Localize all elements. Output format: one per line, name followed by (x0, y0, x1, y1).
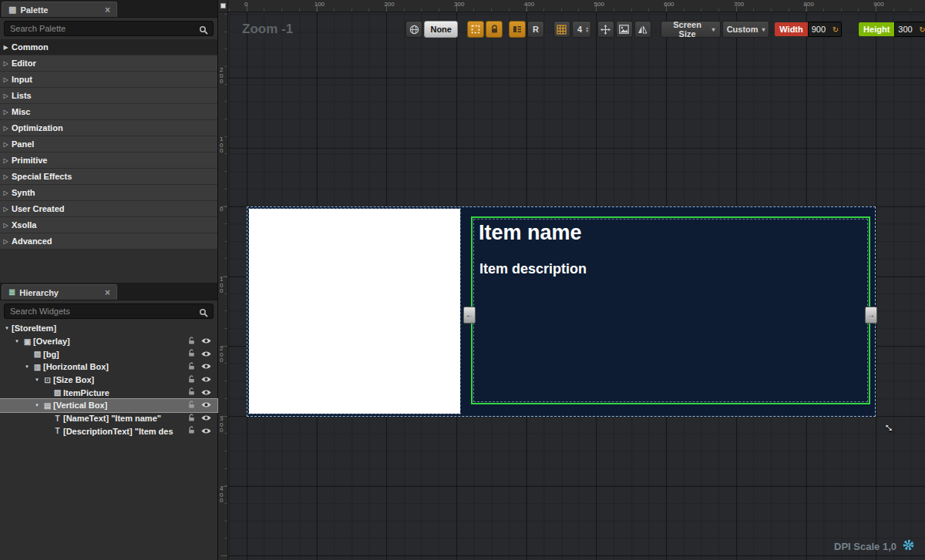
eye-icon[interactable] (201, 337, 211, 346)
expander-icon[interactable]: ▼ (32, 377, 42, 382)
expander-icon[interactable]: ▼ (2, 326, 12, 330)
palette-category[interactable]: ▷ Special Effects (0, 169, 217, 185)
hierarchy-row[interactable]: ▼ ▤ [Vertical Box] (0, 399, 217, 412)
palette-search-input[interactable] (4, 21, 214, 36)
lock-icon[interactable] (187, 362, 196, 372)
height-input[interactable] (898, 25, 919, 34)
image-icon: ▨ (32, 350, 43, 358)
reset-width-icon[interactable]: ↻ (832, 25, 839, 34)
stepper-arrows-icon[interactable]: ▲▼ (585, 26, 589, 32)
preview-background-button[interactable]: None (424, 21, 458, 38)
tab-hierarchy[interactable]: ≣ Hierarchy × (2, 284, 117, 300)
palette-category[interactable]: ▷ Editor (0, 55, 217, 72)
lock-icon[interactable] (187, 375, 196, 385)
palette-category[interactable]: ▶ Common (0, 39, 217, 55)
palette-category[interactable]: ▷ Optimization (0, 120, 217, 136)
close-icon[interactable]: × (105, 289, 110, 297)
transform-mode-button[interactable] (597, 21, 614, 38)
palette-category[interactable]: ▷ Misc (0, 104, 217, 120)
eye-icon[interactable] (201, 401, 211, 410)
eye-icon[interactable] (201, 427, 211, 436)
category-arrow-icon[interactable]: ▷ (0, 60, 12, 67)
hierarchy-row[interactable]: T [DescriptionText] "Item des (0, 425, 217, 438)
expander-icon[interactable]: ▼ (22, 364, 32, 369)
category-arrow-icon[interactable]: ▷ (0, 92, 12, 99)
reset-height-icon[interactable]: ↻ (919, 25, 925, 34)
vertical-box-selection[interactable]: Item name Item description (471, 216, 870, 404)
category-arrow-icon[interactable]: ▷ (0, 173, 12, 180)
category-arrow-icon[interactable]: ▷ (0, 189, 12, 196)
grid-snap-size-stepper[interactable]: 4 ▲▼ (572, 21, 591, 38)
hierarchy-row[interactable]: ▨ ItemPicture (0, 386, 217, 399)
localization-preview-button[interactable] (405, 21, 422, 38)
outline-mode-button[interactable] (467, 21, 484, 38)
preview-image-button[interactable] (616, 21, 633, 38)
category-arrow-icon[interactable]: ▷ (0, 157, 12, 164)
category-label: User Created (12, 204, 64, 213)
palette-category[interactable]: ▷ Advanced (0, 233, 217, 250)
layout-mode-button[interactable] (509, 21, 526, 38)
palette-category[interactable]: ▷ Lists (0, 88, 217, 104)
hierarchy-search-input[interactable] (4, 303, 214, 319)
hierarchy-row[interactable]: ▼ ▣ [Overlay] (0, 335, 217, 348)
palette-category[interactable]: ▷ Primitive (0, 153, 217, 169)
custom-size-dropdown[interactable]: Custom ▾ (722, 21, 769, 38)
tab-palette[interactable]: ▦ Palette × (2, 2, 117, 17)
hierarchy-row[interactable]: ▨ [bg] (0, 347, 217, 360)
storeitem-widget-preview[interactable]: Item name Item description ← → (247, 206, 876, 417)
hierarchy-row[interactable]: ▼ ▥ [Horizontal Box] (0, 360, 217, 374)
category-arrow-icon[interactable]: ▷ (0, 238, 12, 245)
tree-row-label: [DescriptionText] "Item des (63, 427, 173, 436)
category-arrow-icon[interactable]: ▷ (0, 76, 12, 83)
item-info-panel[interactable]: Item name Item description (462, 208, 874, 414)
category-arrow-icon[interactable]: ▶ (0, 44, 12, 51)
eye-icon[interactable] (201, 414, 211, 423)
design-canvas[interactable]: Zoom -1 None R (228, 12, 925, 560)
eye-icon[interactable] (201, 362, 211, 371)
lock-icon[interactable] (187, 426, 196, 436)
screen-size-dropdown[interactable]: Screen Size ▾ (661, 21, 722, 38)
lock-widgets-button[interactable] (486, 21, 503, 38)
category-label: Synth (12, 188, 35, 197)
category-label: Editor (12, 59, 36, 68)
h-ruler-label: 800 (804, 1, 814, 8)
lock-icon[interactable] (187, 337, 196, 347)
palette-category[interactable]: ▷ Input (0, 72, 217, 88)
hierarchy-row[interactable]: ▼ [StoreItem] (0, 322, 217, 335)
lock-icon[interactable] (187, 387, 196, 397)
eye-icon[interactable] (201, 388, 211, 397)
palette-category[interactable]: ▷ User Created (0, 201, 217, 217)
lock-icon[interactable] (187, 349, 196, 359)
width-input[interactable] (812, 25, 832, 34)
dpi-settings-gear-icon[interactable] (903, 539, 914, 553)
palette-category[interactable]: ▷ Xsolla (0, 217, 217, 233)
category-arrow-icon[interactable]: ▷ (0, 141, 12, 148)
item-picture-box[interactable] (249, 209, 460, 414)
eye-icon[interactable] (201, 375, 211, 384)
hierarchy-row[interactable]: ▼ ⊡ [Size Box] (0, 374, 217, 387)
close-icon[interactable]: × (105, 6, 110, 14)
zoom-level-label: Zoom -1 (242, 22, 293, 37)
hierarchy-row[interactable]: T [NameText] "Item name" (0, 412, 217, 425)
expander-icon[interactable]: ▼ (12, 339, 22, 344)
row-controls (187, 362, 217, 372)
eye-icon[interactable] (201, 350, 211, 359)
palette-category[interactable]: ▷ Panel (0, 136, 217, 153)
row-controls (187, 349, 217, 359)
align-right-handle[interactable]: → (865, 307, 877, 324)
category-arrow-icon[interactable]: ▷ (0, 125, 12, 132)
grid-snap-button[interactable] (553, 21, 570, 38)
flip-preview-button[interactable] (634, 21, 651, 38)
expander-icon[interactable]: ▼ (32, 403, 42, 407)
category-arrow-icon[interactable]: ▷ (0, 206, 12, 213)
palette-category[interactable]: ▷ Synth (0, 185, 217, 201)
hierarchy-tab-label: Hierarchy (19, 288, 59, 297)
align-left-handle[interactable]: ← (463, 307, 476, 324)
category-arrow-icon[interactable]: ▷ (0, 222, 12, 229)
category-arrow-icon[interactable]: ▷ (0, 109, 12, 116)
lock-icon[interactable] (187, 401, 196, 411)
hierarchy-search (0, 300, 217, 322)
lock-icon[interactable] (187, 414, 196, 424)
palette-panel: ▦ Palette × ▶ Common ▷ Editor ▷ Input ▷ … (0, 0, 217, 250)
respect-locks-button[interactable]: R (527, 21, 544, 38)
